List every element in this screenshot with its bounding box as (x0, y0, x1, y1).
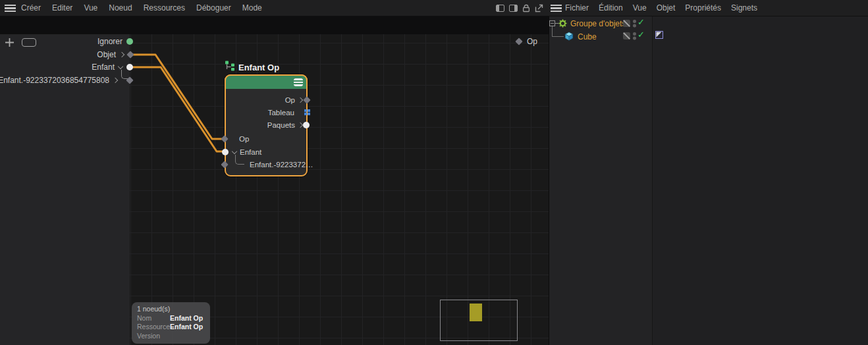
port-label: Enfant (92, 63, 115, 72)
node-menu-icon[interactable] (294, 78, 303, 86)
group-input-ignorer[interactable]: Ignorer (0, 36, 140, 48)
port-circle-green[interactable] (126, 38, 133, 45)
node-input-op[interactable]: Op (229, 133, 304, 146)
node-shape-icon[interactable] (22, 38, 36, 47)
tab-bar (0, 16, 549, 34)
node-title[interactable]: Enfant Op (238, 63, 279, 72)
node-header[interactable] (225, 74, 308, 89)
chevron-right-icon[interactable] (298, 97, 303, 102)
panel-controls (496, 4, 562, 13)
popout-icon[interactable] (535, 4, 543, 13)
port-label: Objet (97, 50, 116, 59)
chevron-right-icon[interactable] (298, 122, 303, 128)
sub-port-connector (121, 70, 128, 79)
menu-mode[interactable]: Mode (242, 0, 262, 16)
info-row-version: Version (137, 332, 205, 341)
editor-menus: Créer Editer Vue Noeud Ressources Débogu… (21, 0, 262, 16)
minimap-node-rect (470, 304, 482, 321)
group-input-enfant[interactable]: Enfant (0, 61, 140, 74)
port-label: Tableau (268, 109, 294, 117)
port-label: Enfant.-9223372… (250, 161, 313, 169)
port-label: Paquets (267, 121, 295, 129)
menu-proprietes[interactable]: Propriétés (685, 0, 721, 16)
tree-item-groupe-objets[interactable]: Groupe d'objets (570, 19, 626, 28)
menu-fichier[interactable]: Fichier (565, 0, 589, 16)
node-input-enfant-sub[interactable]: Enfant.-9223372… (229, 159, 304, 171)
menu-edition[interactable]: Édition (599, 0, 623, 16)
layer-toggle-icon[interactable] (623, 20, 630, 27)
node-type-icon (225, 61, 235, 71)
port-circle-white[interactable] (303, 122, 310, 128)
info-row-ressource: Ressource Enfant Op (137, 323, 205, 332)
menu-bar: Créer Editer Vue Noeud Ressources Débogu… (0, 0, 868, 16)
port-grid-blue[interactable] (304, 109, 307, 112)
minimap[interactable] (440, 300, 518, 341)
port-label: Op (285, 96, 295, 104)
group-input-enfant-sub[interactable]: Enfant.-9223372036854775808 (0, 74, 140, 87)
menu-signets[interactable]: Signets (731, 0, 757, 16)
menu-noeud[interactable]: Noeud (109, 0, 132, 16)
lock-icon[interactable] (522, 4, 530, 13)
node-output-op[interactable]: Op (229, 93, 302, 106)
hamburger-menu-icon[interactable] (551, 5, 562, 12)
menu-vue-2[interactable]: Vue (633, 0, 647, 16)
manager-menus: Fichier Édition Vue Objet Propriétés Sig… (565, 0, 757, 16)
info-row-nom: Nom Enfant Op (137, 314, 205, 323)
node-output-tableau[interactable]: Tableau (229, 106, 302, 119)
group-output-op[interactable]: Op (516, 36, 537, 48)
panel-divider[interactable] (652, 16, 653, 345)
enabled-check-icon[interactable]: ✓ (637, 18, 645, 27)
tree-item-cube[interactable]: Cube (578, 32, 597, 41)
tree-line (552, 26, 564, 37)
port-diamond[interactable] (126, 51, 134, 58)
visibility-dots-icon[interactable] (633, 32, 636, 36)
port-label: Enfant.-9223372036854775808 (0, 76, 109, 85)
tags-column (653, 16, 868, 345)
hamburger-menu-icon[interactable] (5, 5, 16, 12)
visibility-dots-icon[interactable] (633, 20, 636, 23)
menu-creer[interactable]: Créer (21, 0, 41, 16)
node-count: 1 noeud(s) (137, 305, 205, 314)
chevron-down-icon[interactable] (232, 148, 237, 153)
split-left-icon[interactable] (496, 5, 504, 12)
node-editor-window: Créer Editer Vue Noeud Ressources Débogu… (0, 0, 868, 345)
chevron-down-icon[interactable] (118, 64, 123, 69)
cube-icon (564, 32, 574, 41)
collapse-toggle-icon[interactable] (549, 20, 555, 26)
port-circle-white[interactable] (222, 149, 229, 155)
tag-flag-icon[interactable] (655, 31, 663, 39)
split-right-icon[interactable] (509, 5, 518, 12)
menu-editer[interactable]: Editer (52, 0, 72, 16)
enabled-check-icon[interactable]: ✓ (637, 30, 645, 40)
node-output-paquets[interactable]: Paquets (229, 119, 302, 132)
layer-toggle-icon[interactable] (623, 32, 630, 40)
menu-deboguer[interactable]: Déboguer (196, 0, 231, 16)
menu-ressources[interactable]: Ressources (144, 0, 185, 16)
sub-port-connector (235, 155, 244, 165)
chevron-right-icon[interactable] (113, 78, 118, 83)
menu-vue[interactable]: Vue (84, 0, 97, 16)
port-label: Ignorer (97, 37, 122, 46)
chevron-right-icon[interactable] (119, 52, 124, 57)
port-label: Op (239, 135, 249, 143)
selection-info-box: 1 noeud(s) Nom Enfant Op Ressource Enfan… (132, 302, 210, 344)
menu-objet[interactable]: Objet (657, 0, 676, 16)
add-tab-icon[interactable] (5, 38, 14, 47)
group-input-objet[interactable]: Objet (0, 49, 140, 61)
port-diamond[interactable] (515, 38, 522, 45)
port-label: Op (527, 37, 537, 46)
